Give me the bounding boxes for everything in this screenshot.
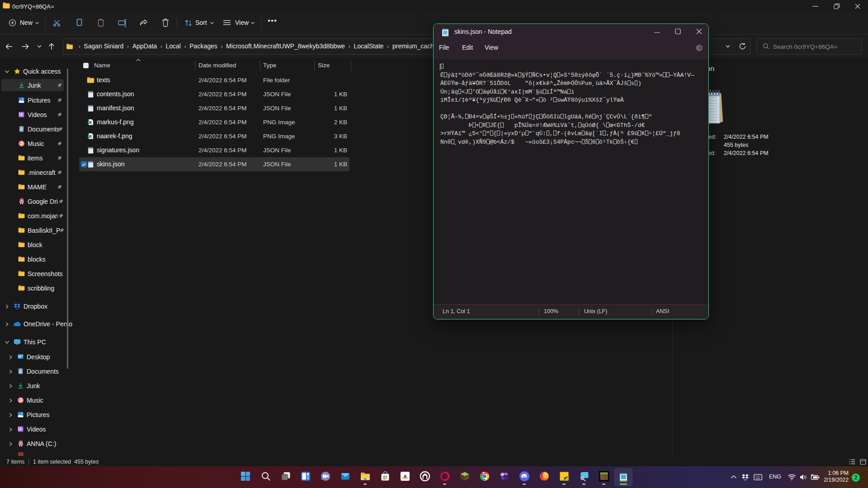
- svg-text:a: a: [404, 472, 407, 479]
